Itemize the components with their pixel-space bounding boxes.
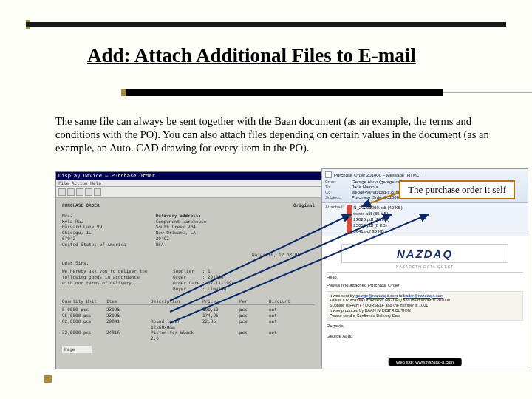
info-line: Supplier is PAINT YOURSELF and the numbe…: [330, 303, 520, 308]
table-cell: [151, 313, 195, 318]
attachment-name: 23025.pdf (16 KB): [353, 217, 389, 222]
th: Price: [202, 299, 232, 304]
table-cell: Piston for block 2.0: [151, 330, 195, 341]
cc-label: Cc:: [325, 190, 349, 194]
mail-icon: [325, 171, 332, 178]
addr-line: USA: [156, 242, 207, 248]
meta-line: Buyer : Limeina: [173, 286, 234, 292]
table-cell: 82,0000 pcs: [62, 318, 99, 330]
addr-line: Harvard Lane 99: [62, 224, 126, 230]
table-cell: [151, 307, 195, 313]
pager[interactable]: Page: [62, 346, 92, 353]
table-cell: 199,50: [202, 307, 232, 313]
attachment-item[interactable]: 25052.pdf (8 KB): [347, 222, 402, 228]
attachment-item[interactable]: terms.pdf (85 KB): [347, 211, 402, 216]
baan-window: Display Device – Purchase Order File Act…: [55, 171, 321, 369]
attachment-item[interactable]: 5041.pdf 30 KB: [347, 228, 402, 234]
salutation: Dear Sirs,: [62, 260, 315, 266]
addr-line: 30492: [156, 236, 207, 242]
screenshot-composite: Display Device – Purchase Order File Act…: [55, 171, 528, 369]
baan-title-bar: Display Device – Purchase Order: [56, 172, 321, 180]
attach-label: Attached:: [325, 205, 344, 234]
toolbar-icon[interactable]: [58, 188, 66, 196]
email-link[interactable]: george@nazdaq-it.com: [355, 293, 398, 298]
regards: Regards,: [327, 324, 523, 330]
table-cell: 32,0000 pcs: [62, 330, 99, 341]
th: Item: [106, 299, 143, 304]
attachment-name: N_20201000.pdf (40 KB): [353, 205, 402, 210]
baan-menubar[interactable]: File Action Help: [56, 180, 321, 187]
slide-title: Add: Attach Additional Files to E-mail: [87, 44, 416, 67]
nazdaq-logo: NAZDAQ: [341, 244, 508, 263]
address-left: Mrs. Kyla Raw Harvard Lane 99 Chicago, I…: [62, 213, 126, 248]
table-cell: pcs: [239, 307, 262, 313]
file-icon: [347, 222, 352, 228]
table-cell: 24816: [106, 330, 143, 341]
meta-val: 201000: [208, 274, 224, 279]
table-cell: net: [269, 318, 299, 330]
attachment-item[interactable]: N_20201000.pdf (40 KB): [347, 205, 402, 211]
subject-label: Subject:: [325, 195, 349, 200]
file-icon: [347, 216, 352, 222]
address-right: Delivery address: Component warehouse So…: [156, 213, 207, 248]
subtitle-divider: [126, 89, 443, 96]
po-original: Original: [293, 202, 315, 208]
addr-line: Mrs.: [62, 213, 126, 219]
table-cell: 5,0000 pcs: [62, 307, 99, 313]
table-cell: 174,95: [202, 313, 232, 318]
accent-bullet: [44, 375, 52, 383]
table-cell: net: [269, 307, 299, 313]
baan-toolbar: [56, 187, 321, 198]
attachment-name: 25052.pdf (8 KB): [353, 223, 386, 228]
info-line: Please send a Confirmed Delivery Date: [330, 313, 520, 318]
cc-value: webdev@nazdaq-it.com: [352, 190, 399, 194]
callout-box: The purchase order it self: [399, 180, 515, 200]
info-line: It was sent by george@nazdaq-it.com to b…: [330, 293, 520, 299]
table-cell: Round lower 12x68x8mm: [151, 318, 195, 330]
file-icon: [347, 228, 352, 234]
attachment-name: 5041.pdf 30 KB: [353, 229, 383, 233]
table-cell: 23025: [106, 307, 143, 313]
table-cell: pcs: [239, 313, 262, 318]
file-icon: [347, 205, 352, 211]
table-cell: 29841: [106, 318, 143, 330]
th: Discount: [269, 299, 299, 304]
toolbar-icon[interactable]: [94, 188, 101, 196]
signature: George Abdo: [327, 334, 523, 340]
from-label: From:: [325, 180, 349, 184]
addr-line: United States of America: [62, 242, 126, 248]
info-box: It was sent by george@nazdaq-it.com to b…: [327, 291, 523, 321]
body-line: Please find attached Purchase Order: [327, 283, 523, 289]
meta-line: Order : 201000: [173, 274, 234, 280]
toolbar-icon[interactable]: [76, 188, 83, 196]
intro-text: We hereby ask you to deliver the followi…: [62, 268, 151, 291]
th: Quantity Unit: [62, 299, 99, 304]
meta-val: Limeina: [208, 286, 226, 291]
file-icon: [347, 211, 352, 216]
email-attachments: Attached: N_20201000.pdf (40 KB) terms.p…: [322, 203, 528, 236]
th: Description: [151, 299, 195, 304]
addr-label: Delivery address:: [156, 213, 207, 219]
meta-val: 1: [208, 268, 211, 273]
place-date: Nazareth, 17.08.06: [62, 252, 300, 258]
meta-val: 02-11-1994: [208, 280, 234, 285]
attachment-name: terms.pdf (85 KB): [353, 211, 388, 216]
table-cell: net: [269, 330, 299, 341]
greeting: Hello,: [327, 275, 523, 281]
table-cell: pcs: [239, 330, 262, 341]
to-value: Jadir Hamour: [352, 185, 378, 189]
attachment-item[interactable]: 23025.pdf (16 KB): [347, 216, 402, 222]
email-footer: Web site: www.nazdaq-it.com: [389, 358, 462, 366]
table-cell: 95,0000 pcs: [62, 313, 99, 318]
addr-line: South Creek 904: [156, 224, 207, 230]
toolbar-icon[interactable]: [67, 188, 75, 196]
baan-document-body: PURCHASE ORDEROriginal Mrs. Kyla Raw Har…: [56, 198, 321, 358]
email-link[interactable]: bader@nazdaq-it.com: [403, 293, 443, 298]
email-body: NAZDAQ NAZARETH DATA QUEST Hello, Please…: [322, 236, 528, 344]
table-row: 95,0000 pcs23025174,95pcsnet: [62, 313, 315, 318]
toolbar-icon[interactable]: [85, 188, 92, 196]
info-line: This is a Purchase Order from NAZDAQ and…: [330, 298, 520, 303]
table-cell: 22,85: [202, 318, 232, 330]
top-divider: [26, 22, 506, 27]
addr-line: Kyla Raw: [62, 219, 126, 225]
